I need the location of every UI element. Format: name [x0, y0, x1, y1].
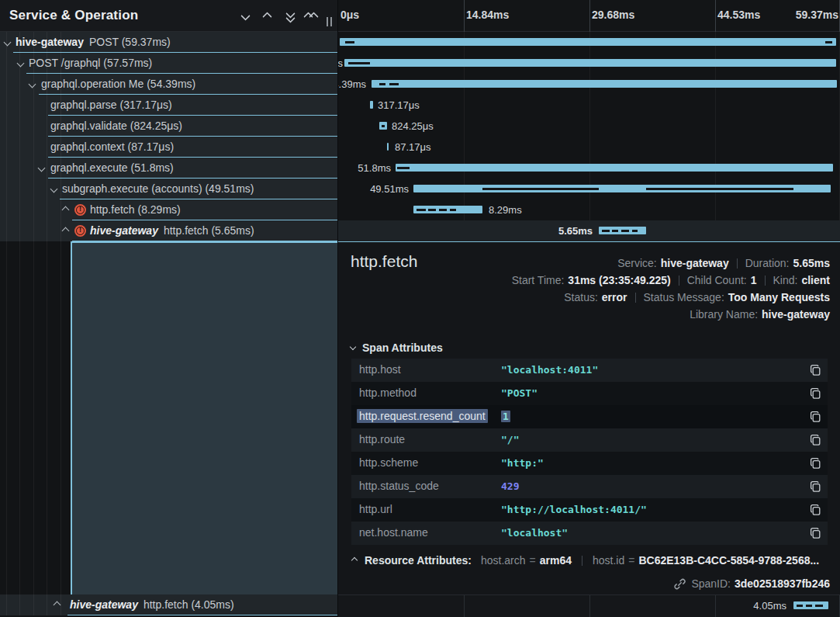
chevron-down-icon[interactable] [29, 81, 36, 88]
attribute-key: http.status_code [359, 480, 439, 492]
timeline-row: 57.57ms [338, 53, 840, 74]
chevron-down-icon[interactable] [4, 39, 12, 47]
span-bar[interactable] [387, 143, 389, 151]
span-duration-label: 57.57ms [337, 53, 343, 74]
chevron-right-icon [351, 557, 358, 563]
chevron-down-icon[interactable] [50, 185, 58, 193]
panel-resize-handle[interactable] [327, 17, 334, 26]
meta-value: Too Many Requests [728, 291, 830, 303]
span-bar[interactable] [599, 227, 646, 234]
copy-icon[interactable] [809, 364, 821, 376]
attribute-row[interactable]: http.host "localhost:4011" [351, 359, 828, 382]
span-attributes-table: http.host "localhost:4011" http.method "… [351, 359, 828, 545]
tree-row[interactable]: subgraph.execute (accounts) (49.51ms) [0, 179, 337, 199]
attribute-row[interactable]: net.host.name "localhost" [351, 522, 828, 545]
attribute-key: http.method [359, 386, 417, 399]
operation-name: http.fetch (4.05ms) [143, 598, 234, 611]
tree-row[interactable]: graphql.validate (824.25μs) [0, 116, 337, 137]
span-bar[interactable] [793, 601, 828, 609]
ruler-tick: 29.68ms [592, 9, 634, 21]
span-duration-label: 5.65ms [546, 220, 593, 241]
tree-row[interactable]: graphql.operation Me (54.39ms) [0, 74, 337, 95]
copy-icon[interactable] [809, 434, 821, 446]
span-duration-label: 824.25μs [392, 116, 434, 137]
meta-value: hive-gateway [661, 257, 729, 269]
expand-one-icon[interactable] [261, 11, 275, 23]
span-bar[interactable] [396, 164, 833, 172]
copy-icon[interactable] [809, 480, 821, 493]
resource-attributes-row[interactable]: Resource Attributes: host.arch = arm64 h… [351, 554, 828, 567]
attribute-value: 1 [501, 411, 510, 422]
span-bar[interactable] [413, 206, 482, 213]
copy-icon[interactable] [809, 457, 821, 470]
attribute-row[interactable]: http.method "POST" [351, 382, 828, 405]
tree-row[interactable]: graphql.parse (317.17μs) [0, 95, 337, 116]
resource-value: BC62E13B-C4CC-5854-9788-2568... [638, 554, 819, 567]
span-duration-label: 4.05ms [740, 595, 786, 616]
chevron-down-icon [350, 344, 356, 350]
span-bar[interactable] [340, 38, 836, 46]
timeline-row [338, 32, 840, 53]
link-icon[interactable] [674, 578, 686, 590]
copy-icon[interactable] [809, 387, 821, 400]
meta-value: 5.65ms [793, 257, 830, 269]
span-id-row: SpanID: 3de02518937fb246 [674, 577, 830, 590]
span-duration-label: 8.29ms [489, 199, 522, 220]
meta-value: 31ms (23:35:49.225) [568, 274, 670, 286]
span-bar[interactable] [344, 59, 836, 67]
attribute-value: 429 [501, 480, 519, 492]
span-tree-panel: Service & Operation hive-gatewayPOST (59… [0, 0, 337, 617]
meta-label: Duration: [745, 257, 790, 269]
tree-row[interactable]: graphql.context (87.17μs) [0, 137, 337, 158]
operation-name: POST (59.37ms) [89, 36, 171, 48]
timeline-row-selected[interactable]: 5.65ms [338, 220, 840, 241]
chevron-down-icon[interactable] [38, 165, 46, 172]
attribute-value: "http://localhost:4011/" [501, 504, 647, 515]
operation-name: POST /graphql (57.57ms) [29, 57, 152, 69]
tree-row-selected[interactable]: hive-gatewayhttp.fetch (5.65ms) [0, 220, 337, 241]
chevron-right-icon[interactable] [54, 601, 61, 609]
meta-label: Start Time: [512, 274, 565, 286]
chevron-down-icon[interactable] [17, 60, 25, 68]
span-bar[interactable] [413, 185, 831, 192]
attribute-row[interactable]: http.route "/" [351, 428, 828, 452]
resource-key: host.arch [481, 554, 526, 567]
copy-icon[interactable] [809, 504, 821, 516]
meta-label: Status Message: [644, 291, 724, 303]
attribute-row[interactable]: http.status_code 429 [351, 475, 828, 498]
attribute-value: "POST" [501, 387, 538, 399]
span-duration-label: 51.8ms [344, 158, 391, 179]
span-bar[interactable] [379, 122, 387, 130]
span-title: http.fetch [351, 252, 417, 271]
span-bar[interactable] [372, 80, 837, 88]
attribute-row[interactable]: http.scheme "http:" [351, 452, 828, 475]
timeline-row: 54.39ms [338, 74, 840, 95]
operation-name: http.fetch (8.29ms) [90, 203, 181, 216]
tree-row[interactable]: graphql.execute (51.8ms) [0, 158, 337, 179]
tree-row[interactable]: http.fetch (8.29ms) [0, 199, 337, 220]
chevron-right-icon[interactable] [62, 227, 70, 235]
copy-icon[interactable] [809, 527, 821, 539]
panel-title: Service & Operation [9, 8, 138, 23]
operation-name: graphql.parse (317.17μs) [50, 99, 172, 111]
chevron-right-icon[interactable] [62, 206, 70, 214]
attribute-row[interactable]: http.url "http://localhost:4011/" [351, 498, 828, 522]
meta-value: client [801, 274, 830, 286]
collapse-one-icon[interactable] [239, 11, 253, 23]
collapse-all-icon[interactable] [284, 11, 298, 23]
ruler-tick: 14.84ms [466, 9, 509, 21]
span-attributes-section-header[interactable]: Span Attributes [351, 341, 443, 354]
operation-name: graphql.operation Me (54.39ms) [41, 78, 195, 90]
meta-label: Child Count: [687, 274, 747, 286]
copy-icon[interactable] [809, 411, 821, 423]
timeline-row: 49.51ms [338, 179, 840, 199]
meta-label: Service: [617, 257, 657, 269]
tree-row[interactable]: hive-gatewayPOST (59.37ms) [0, 32, 337, 53]
expand-all-icon[interactable] [305, 11, 319, 23]
ruler-tick: 0μs [340, 9, 359, 21]
operation-name: subgraph.execute (accounts) (49.51ms) [62, 182, 254, 195]
tree-row[interactable]: hive-gatewayhttp.fetch (4.05ms) [0, 594, 337, 615]
span-bar[interactable] [370, 101, 373, 109]
attribute-row-selected[interactable]: http.request.resend_count 1 [351, 405, 828, 428]
tree-row[interactable]: POST /graphql (57.57ms) [0, 53, 337, 74]
